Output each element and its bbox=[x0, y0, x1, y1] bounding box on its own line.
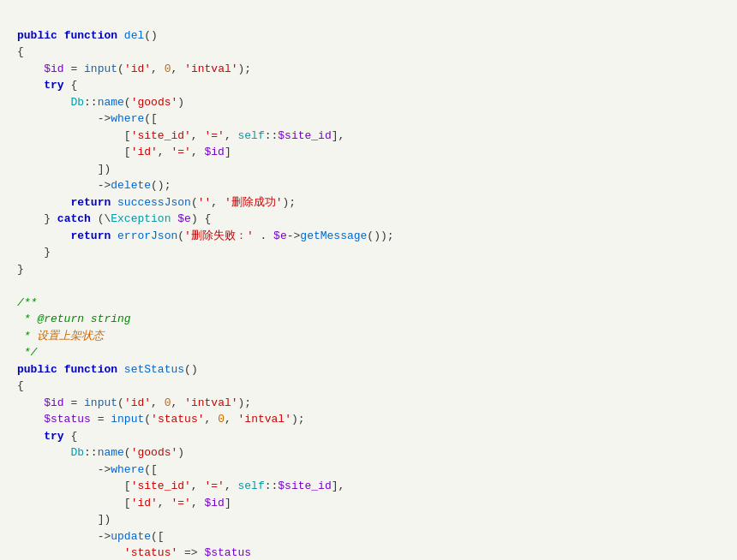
code-container: public function del() { $id = input('id'… bbox=[0, 0, 737, 560]
code-block: public function del() { $id = input('id'… bbox=[0, 7, 737, 560]
